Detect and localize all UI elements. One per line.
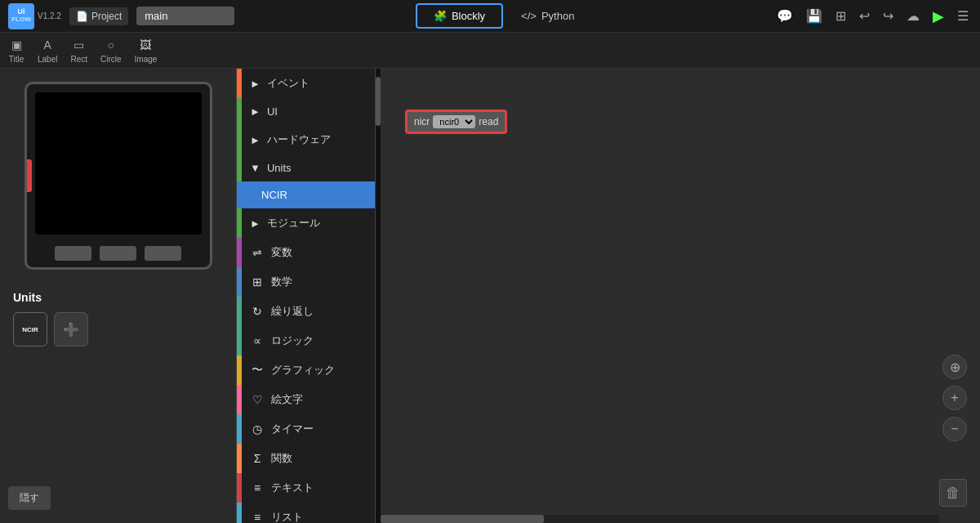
topbar-left: Ui FLOW V1.2.2 📄 Project bbox=[8, 3, 234, 29]
units-arrow: ▼ bbox=[250, 162, 261, 174]
hide-button[interactable]: 隠す bbox=[8, 486, 51, 510]
units-label: Units bbox=[267, 162, 292, 174]
graphic-label: グラフィック bbox=[271, 363, 335, 378]
trash-button[interactable]: 🗑 bbox=[939, 479, 967, 507]
device-btn-1[interactable] bbox=[55, 246, 91, 261]
tool-label-text: Label bbox=[38, 55, 57, 64]
ui-arrow: ► bbox=[250, 105, 261, 118]
project-name-input[interactable] bbox=[136, 7, 234, 25]
image-icon: 🖼 bbox=[137, 37, 154, 53]
cat-loop[interactable]: ↻ 繰り返し bbox=[242, 297, 375, 326]
variables-label: 変数 bbox=[271, 245, 292, 260]
hardware-label: ハードウェア bbox=[267, 132, 331, 147]
app-logo: Ui FLOW bbox=[8, 3, 34, 29]
loop-label: 繰り返し bbox=[271, 304, 314, 319]
cat-emoji[interactable]: ♡ 絵文字 bbox=[242, 385, 375, 414]
tab-blockly[interactable]: 🧩 Blockly bbox=[416, 3, 503, 29]
blockly-canvas[interactable]: nicr ncir0 ncir1 read ⊕ + − 🗑 bbox=[381, 69, 980, 523]
tool-circle[interactable]: ○ Circle bbox=[100, 37, 122, 64]
cat-function-row: Σ 関数 bbox=[237, 444, 375, 473]
ncir-block: nicr ncir0 ncir1 read bbox=[405, 110, 507, 134]
block-prefix: nicr bbox=[414, 116, 430, 127]
logic-icon: ∝ bbox=[250, 334, 265, 347]
chat-button[interactable]: 💬 bbox=[773, 5, 796, 27]
cat-graphic[interactable]: 〜 グラフィック bbox=[242, 355, 375, 385]
redo-button[interactable]: ↪ bbox=[880, 5, 897, 27]
module-label: モジュール bbox=[267, 216, 320, 230]
cat-ui-row: ► UI bbox=[237, 98, 375, 125]
file-icon: 📄 bbox=[76, 11, 88, 22]
device-preview bbox=[0, 69, 236, 283]
variables-icon: ⇌ bbox=[250, 246, 265, 259]
math-icon: ⊞ bbox=[250, 275, 265, 288]
cat-loop-row: ↻ 繰り返し bbox=[237, 297, 375, 326]
blockly-hscrollbar-thumb[interactable] bbox=[381, 515, 544, 523]
tool-image[interactable]: 🖼 Image bbox=[135, 37, 158, 64]
tool-title[interactable]: ▣ Title bbox=[8, 37, 24, 64]
text-icon: ≡ bbox=[250, 481, 265, 494]
project-button[interactable]: 📄 Project bbox=[69, 7, 128, 25]
math-label: 数学 bbox=[271, 275, 292, 289]
cat-event[interactable]: ► イベント bbox=[242, 69, 375, 98]
cat-logic[interactable]: ∝ ロジック bbox=[242, 326, 375, 355]
menu-button[interactable]: ☰ bbox=[954, 5, 972, 27]
device-buttons bbox=[55, 246, 181, 261]
cloud-button[interactable]: ☁ bbox=[903, 5, 923, 27]
rect-icon: ▭ bbox=[71, 37, 87, 53]
puzzle-icon: 🧩 bbox=[434, 10, 447, 22]
tab-python[interactable]: </> Python bbox=[503, 3, 592, 29]
tool-rect[interactable]: ▭ Rect bbox=[70, 37, 87, 64]
cat-emoji-row: ♡ 絵文字 bbox=[237, 385, 375, 414]
timer-icon: ◷ bbox=[250, 422, 265, 436]
module-arrow: ► bbox=[250, 217, 261, 230]
ncir-label: NCIR bbox=[261, 189, 287, 201]
logo-area: Ui FLOW V1.2.2 bbox=[8, 3, 61, 29]
zoom-in-button[interactable]: + bbox=[942, 386, 967, 410]
cat-variables[interactable]: ⇌ 変数 bbox=[242, 238, 375, 267]
cat-module[interactable]: ► モジュール bbox=[242, 208, 375, 238]
add-unit-button[interactable]: ➕ bbox=[54, 312, 88, 346]
cat-variables-row: ⇌ 変数 bbox=[237, 238, 375, 267]
cat-list-row: ≡ リスト bbox=[237, 503, 375, 523]
tab-python-label: Python bbox=[541, 10, 574, 22]
grid-button[interactable]: ⊞ bbox=[832, 5, 849, 27]
units-title: Units bbox=[13, 291, 223, 304]
cat-list[interactable]: ≡ リスト bbox=[242, 503, 375, 523]
units-section: Units NCIR ➕ bbox=[0, 283, 236, 355]
device-btn-3[interactable] bbox=[145, 246, 181, 261]
cat-math-row: ⊞ 数学 bbox=[237, 267, 375, 297]
toolbar: ▣ Title A Label ▭ Rect ○ Circle 🖼 Image bbox=[0, 33, 980, 69]
block-instance-dropdown[interactable]: ncir0 ncir1 bbox=[433, 115, 475, 128]
tool-title-label: Title bbox=[9, 55, 24, 64]
zoom-reset-button[interactable]: ⊕ bbox=[942, 355, 967, 379]
cat-ui[interactable]: ► UI bbox=[242, 98, 375, 125]
block-container: nicr ncir0 ncir1 read bbox=[405, 110, 507, 134]
cat-math[interactable]: ⊞ 数学 bbox=[242, 267, 375, 297]
cat-hardware[interactable]: ► ハードウェア bbox=[242, 125, 375, 154]
zoom-out-button[interactable]: − bbox=[942, 417, 967, 441]
ui-label: UI bbox=[267, 105, 278, 118]
topbar-center: 🧩 Blockly </> Python bbox=[416, 3, 592, 29]
block-suffix: read bbox=[479, 116, 498, 127]
blockly-hscrollbar[interactable] bbox=[381, 515, 939, 523]
ncir-unit-icon[interactable]: NCIR bbox=[13, 312, 47, 346]
device-screen bbox=[35, 92, 202, 235]
tool-circle-label: Circle bbox=[100, 55, 122, 64]
save-button[interactable]: 💾 bbox=[803, 5, 826, 27]
tool-label[interactable]: A Label bbox=[38, 37, 57, 64]
cat-timer[interactable]: ◷ タイマー bbox=[242, 414, 375, 444]
units-icons: NCIR ➕ bbox=[13, 312, 223, 346]
cat-function[interactable]: Σ 関数 bbox=[242, 444, 375, 473]
hardware-arrow: ► bbox=[250, 134, 261, 146]
cat-ncir[interactable]: NCIR bbox=[242, 181, 375, 208]
cat-text[interactable]: ≡ テキスト bbox=[242, 473, 375, 503]
tab-blockly-label: Blockly bbox=[452, 10, 485, 22]
run-button[interactable]: ▶ bbox=[929, 4, 947, 29]
event-arrow: ► bbox=[250, 78, 261, 90]
tool-rect-label: Rect bbox=[70, 55, 87, 64]
undo-button[interactable]: ↩ bbox=[856, 5, 873, 27]
cat-units[interactable]: ▼ Units bbox=[242, 154, 375, 181]
device-btn-2[interactable] bbox=[100, 246, 136, 261]
code-icon: </> bbox=[521, 10, 537, 22]
cat-logic-row: ∝ ロジック bbox=[237, 326, 375, 355]
